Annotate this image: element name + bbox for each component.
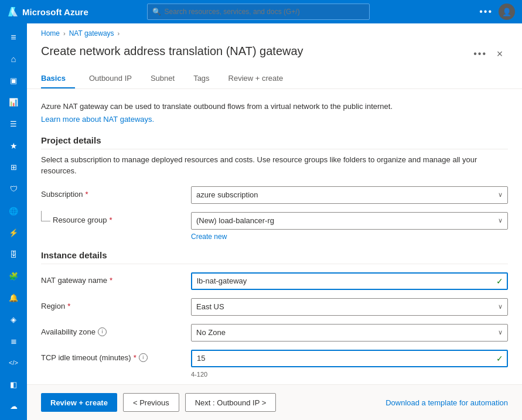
sidebar-item-favorites[interactable]: ★ — [3, 135, 24, 156]
sidebar-item-shield[interactable]: 🛡 — [3, 179, 24, 199]
breadcrumb-sep-2: › — [118, 30, 120, 37]
resource-group-label-wrap: Resource group * — [41, 212, 182, 224]
form-content: Azure NAT gateway can be used to transla… — [27, 89, 522, 384]
tcp-timeout-hint-row: 4-120 — [191, 370, 508, 378]
nat-gateway-name-check-icon: ✓ — [496, 276, 503, 286]
section-title-project: Project details — [41, 135, 508, 149]
tcp-timeout-row: TCP idle timeout (minutes) * i ✓ — [41, 350, 508, 367]
sidebar-item-menu[interactable]: ☰ — [3, 114, 24, 134]
breadcrumb-nat-gateways[interactable]: NAT gateways — [69, 29, 114, 37]
info-link[interactable]: Learn more about NAT gateways. — [41, 115, 154, 124]
section-desc-project: Select a subscription to manage deployed… — [41, 154, 508, 177]
resource-group-row: Resource group * (New) load-balancer-rg … — [41, 212, 508, 230]
nat-gateway-name-required: * — [110, 276, 112, 285]
availability-zone-label: Availability zone i — [41, 324, 182, 336]
azure-logo-icon — [7, 6, 19, 18]
nat-gateway-name-label-text: NAT gateway name — [41, 276, 107, 285]
region-dropdown-arrow-icon: ∨ — [498, 303, 503, 310]
subscription-dropdown[interactable]: azure subscription ∨ — [191, 186, 508, 204]
tab-outbound-ip[interactable]: Outbound IP — [80, 69, 141, 88]
region-required: * — [67, 302, 70, 310]
availability-zone-dropdown[interactable]: No Zone ∨ — [191, 324, 508, 342]
resource-group-dropdown[interactable]: (New) load-balancer-rg ∨ — [191, 212, 508, 230]
tcp-timeout-required: * — [134, 353, 137, 362]
tab-tags[interactable]: Tags — [184, 69, 219, 88]
resource-group-control: (New) load-balancer-rg ∨ — [191, 212, 508, 230]
availability-zone-info-icon[interactable]: i — [98, 327, 107, 336]
resource-group-required: * — [110, 216, 112, 224]
nat-gateway-name-input[interactable] — [191, 272, 508, 290]
tab-subnet[interactable]: Subnet — [141, 69, 184, 88]
breadcrumb-home[interactable]: Home — [41, 29, 60, 37]
tcp-timeout-hint: 4-120 — [191, 371, 207, 378]
region-label-text: Region — [41, 302, 65, 310]
panel-header: Create network address translation (NAT)… — [27, 41, 522, 69]
sidebar-item-puzzle[interactable]: 🧩 — [3, 266, 24, 286]
page-title: Create network address translation (NAT)… — [41, 43, 473, 59]
create-new-row: Create new — [191, 232, 508, 241]
availability-zone-label-text: Availability zone — [41, 327, 95, 336]
search-input[interactable] — [165, 8, 364, 16]
tcp-timeout-label: TCP idle timeout (minutes) * i — [41, 350, 182, 362]
subscription-control: azure subscription ∨ — [191, 186, 508, 204]
topbar-right: ••• 👤 — [479, 4, 515, 20]
breadcrumb: Home › NAT gateways › — [27, 23, 522, 41]
region-dropdown[interactable]: East US ∨ — [191, 298, 508, 316]
availability-zone-control: No Zone ∨ — [191, 324, 508, 342]
sidebar-expand-icon[interactable]: ≡ — [3, 27, 24, 47]
sidebar-item-layers[interactable]: ◧ — [3, 374, 24, 395]
availability-zone-value: No Zone — [196, 328, 226, 337]
nat-gateway-name-row: NAT gateway name * ✓ — [41, 272, 508, 290]
availability-zone-row: Availability zone i No Zone ∨ — [41, 324, 508, 342]
search-bar[interactable]: 🔍 — [147, 4, 370, 20]
availability-zone-dropdown-arrow-icon: ∨ — [498, 329, 503, 336]
sidebar-item-cloud[interactable]: ☁ — [3, 396, 24, 416]
sidebar-item-globe[interactable]: 🌐 — [3, 201, 24, 221]
create-new-link[interactable]: Create new — [191, 233, 227, 241]
tcp-timeout-check-icon: ✓ — [496, 354, 503, 363]
sidebar-item-home[interactable]: ⌂ — [3, 49, 24, 69]
region-label: Region * — [41, 298, 182, 310]
tcp-timeout-label-text: TCP idle timeout (minutes) — [41, 353, 131, 362]
tab-basics[interactable]: Basics — [41, 69, 75, 88]
tcp-timeout-control: ✓ — [191, 350, 508, 367]
section-title-instance: Instance details — [41, 250, 508, 264]
sidebar-item-database[interactable]: 🗄 — [3, 244, 24, 265]
sidebar-item-dashboard[interactable]: ▣ — [3, 70, 24, 91]
tcp-timeout-info-icon[interactable]: i — [139, 353, 148, 362]
sidebar-item-bell[interactable]: 🔔 — [3, 288, 24, 308]
section-instance-details: Instance details — [41, 250, 508, 264]
avatar[interactable]: 👤 — [499, 4, 515, 20]
topbar-dots-icon[interactable]: ••• — [479, 6, 493, 17]
panel-dots-icon[interactable]: ••• — [473, 49, 487, 59]
close-icon[interactable]: × — [492, 46, 508, 62]
sidebar-item-diamond[interactable]: ◈ — [3, 309, 24, 330]
content-area: Home › NAT gateways › Create network add… — [27, 23, 522, 420]
nat-gateway-name-control: ✓ — [191, 272, 508, 290]
sidebar-item-list[interactable]: ≣ — [3, 331, 24, 351]
region-control: East US ∨ — [191, 298, 508, 316]
tabs: Basics Outbound IP Subnet Tags Review + … — [27, 69, 522, 89]
region-row: Region * East US ∨ — [41, 298, 508, 316]
sidebar-item-code[interactable]: </> — [3, 353, 24, 373]
tab-review-create[interactable]: Review + create — [219, 69, 293, 88]
region-value: East US — [196, 302, 224, 311]
tcp-timeout-input[interactable] — [191, 350, 508, 367]
subscription-value: azure subscription — [196, 190, 258, 199]
brand: Microsoft Azure — [7, 6, 88, 18]
next-button[interactable]: Next : Outbound IP > — [185, 393, 277, 412]
search-icon: 🔍 — [152, 8, 161, 16]
download-template-link[interactable]: Download a template for automation — [385, 398, 508, 407]
info-banner: Azure NAT gateway can be used to transla… — [41, 101, 508, 112]
footer: Review + create < Previous Next : Outbou… — [27, 384, 522, 420]
panel-header-actions: ••• × — [473, 43, 508, 62]
review-create-button[interactable]: Review + create — [41, 393, 117, 412]
resource-group-dropdown-arrow-icon: ∨ — [498, 217, 503, 224]
sidebar-item-grid[interactable]: ⊞ — [3, 157, 24, 177]
sidebar-item-bolt[interactable]: ⚡ — [3, 223, 24, 243]
sidebar-item-monitor[interactable]: 📊 — [3, 92, 24, 112]
subscription-required: * — [86, 190, 88, 199]
subscription-label: Subscription * — [41, 186, 182, 199]
subscription-label-text: Subscription — [41, 190, 83, 199]
previous-button[interactable]: < Previous — [123, 393, 179, 412]
